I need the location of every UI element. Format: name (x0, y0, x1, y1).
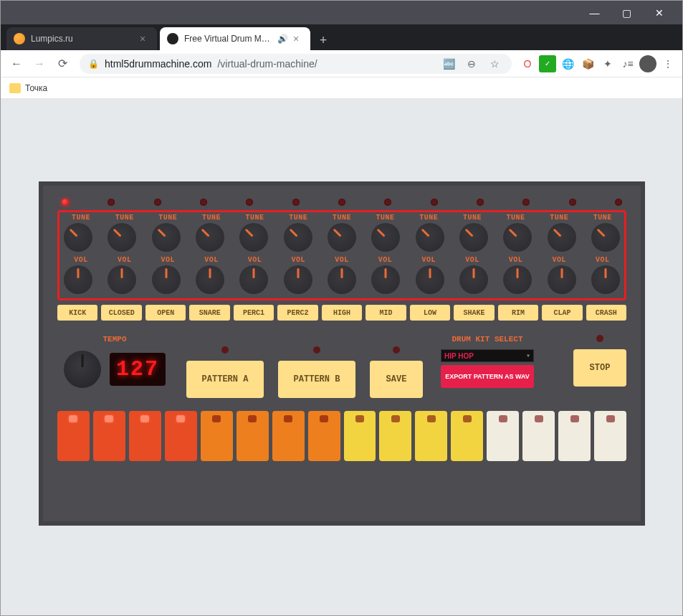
tune-knob[interactable] (108, 223, 136, 252)
instrument-closed-button[interactable]: CLOSED (101, 305, 141, 321)
step-led (606, 415, 615, 422)
tune-knob[interactable] (548, 223, 576, 252)
bookmark-item[interactable]: Точка (25, 83, 47, 93)
nav-forward-button[interactable]: → (29, 54, 49, 74)
step-pad-12[interactable] (451, 411, 483, 461)
vol-knob[interactable] (459, 265, 488, 294)
instrument-snare-button[interactable]: SNARE (189, 305, 229, 321)
favicon-icon (14, 33, 25, 44)
step-pad-10[interactable] (379, 411, 411, 461)
stop-led (596, 335, 603, 342)
step-pad-16[interactable] (594, 411, 626, 461)
tab-strip: Lumpics.ru × Free Virtual Drum Machine, … (1, 24, 682, 50)
tune-knob[interactable] (459, 223, 488, 252)
zoom-icon[interactable]: ⊖ (463, 55, 480, 72)
tune-label: TUNE (540, 214, 578, 222)
pattern-b-button[interactable]: PATTERN B (278, 361, 355, 398)
extension-box-icon[interactable]: 📦 (579, 55, 596, 72)
step-led (140, 415, 149, 422)
vol-knob[interactable] (416, 265, 444, 294)
save-button[interactable]: SAVE (370, 361, 423, 398)
instrument-kick-button[interactable]: KICK (57, 305, 97, 321)
url-domain: html5drummachine.com (105, 58, 211, 70)
instrument-rim-button[interactable]: RIM (498, 305, 538, 321)
instrument-perc2-button[interactable]: PERC2 (277, 305, 317, 321)
vol-knob[interactable] (196, 265, 224, 294)
new-tab-button[interactable]: + (313, 30, 333, 50)
window-minimize-button[interactable]: — (578, 2, 611, 24)
tune-knob[interactable] (284, 223, 312, 252)
window-maximize-button[interactable]: ▢ (611, 2, 643, 24)
tab-close-icon[interactable]: × (140, 33, 150, 44)
translate-icon[interactable]: 🔤 (440, 55, 457, 72)
step-pad-15[interactable] (558, 411, 591, 461)
step-pad-8[interactable] (308, 411, 340, 461)
tab-close-icon[interactable]: × (293, 33, 303, 44)
extension-globe-icon[interactable]: 🌐 (559, 55, 576, 72)
step-pad-1[interactable] (57, 411, 90, 461)
step-pad-13[interactable] (487, 411, 519, 461)
extensions-puzzle-icon[interactable]: ✦ (599, 55, 616, 72)
url-input[interactable]: 🔒 html5drummachine.com/virtual-drum-mach… (80, 54, 512, 74)
tune-knob[interactable] (416, 223, 444, 252)
tab-drummachine[interactable]: Free Virtual Drum Machine, U 🔊 × (160, 27, 310, 50)
tune-knob[interactable] (152, 223, 181, 252)
instrument-low-button[interactable]: LOW (410, 305, 450, 321)
vol-knob[interactable] (239, 265, 268, 294)
window-close-button[interactable]: ✕ (643, 2, 675, 24)
tune-knob[interactable] (328, 223, 356, 252)
tune-knob[interactable] (591, 223, 620, 252)
instrument-shake-button[interactable]: SHAKE (454, 305, 494, 321)
vol-knob[interactable] (108, 265, 136, 294)
vol-knob[interactable] (64, 265, 92, 294)
nav-back-button[interactable]: ← (6, 54, 27, 74)
tune-knob[interactable] (196, 223, 224, 252)
vol-knob[interactable] (591, 265, 620, 294)
step-led (105, 415, 113, 422)
chrome-menu-icon[interactable]: ⋮ (659, 55, 677, 72)
vol-knob[interactable] (371, 265, 400, 294)
step-pad-5[interactable] (201, 411, 233, 461)
kit-select[interactable]: HIP HOP (441, 349, 534, 362)
media-control-icon[interactable]: ♪≡ (619, 55, 636, 72)
instrument-open-button[interactable]: OPEN (145, 305, 186, 321)
step-pad-9[interactable] (344, 411, 376, 461)
instrument-high-button[interactable]: HIGH (322, 305, 362, 321)
step-pad-7[interactable] (272, 411, 305, 461)
stop-button[interactable]: STOP (573, 349, 626, 387)
instrument-perc1-button[interactable]: PERC1 (234, 305, 274, 321)
vol-knob[interactable] (284, 265, 312, 294)
audio-icon[interactable]: 🔊 (277, 34, 287, 44)
step-pad-11[interactable] (415, 411, 447, 461)
instrument-clap-button[interactable]: CLAP (542, 305, 582, 321)
step-pad-14[interactable] (522, 411, 555, 461)
vol-knob[interactable] (152, 265, 181, 294)
step-pad-2[interactable] (93, 411, 125, 461)
tab-lumpics[interactable]: Lumpics.ru × (6, 27, 157, 50)
instrument-mid-button[interactable]: MID (366, 305, 406, 321)
step-pad-6[interactable] (237, 411, 269, 461)
vol-knob[interactable] (548, 265, 576, 294)
tempo-knob[interactable] (64, 351, 101, 388)
vol-knob[interactable] (503, 265, 532, 294)
profile-avatar[interactable] (639, 55, 656, 72)
step-pad-3[interactable] (129, 411, 161, 461)
extension-check-icon[interactable]: ✓ (539, 55, 556, 72)
channel-led (384, 199, 391, 206)
step-pad-4[interactable] (165, 411, 197, 461)
tune-knob[interactable] (371, 223, 400, 252)
tune-knob[interactable] (64, 223, 92, 252)
instrument-crash-button[interactable]: CRASH (586, 305, 626, 321)
channel-led-row (57, 199, 626, 206)
pattern-a-button[interactable]: PATTERN A (186, 361, 264, 398)
tune-label: TUNE (148, 214, 187, 222)
tune-knob[interactable] (503, 223, 532, 252)
knob-highlight-box: TUNETUNETUNETUNETUNETUNETUNETUNETUNETUNE… (57, 210, 626, 300)
nav-reload-button[interactable]: ⟳ (52, 54, 72, 74)
tune-knob[interactable] (239, 223, 268, 252)
tempo-section: TEMPO 127 (57, 335, 172, 388)
extension-opera-icon[interactable]: O (519, 55, 536, 72)
vol-knob[interactable] (328, 265, 356, 294)
export-wav-button[interactable]: EXPORT PATTERN AS WAV (441, 365, 534, 388)
star-icon[interactable]: ☆ (486, 55, 503, 72)
